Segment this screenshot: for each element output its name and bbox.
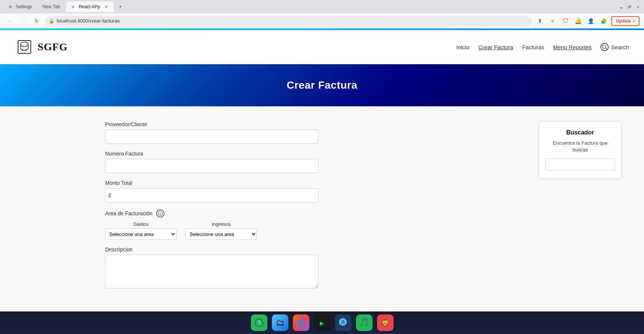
gastos-select[interactable]: Seleccione una area (105, 228, 176, 240)
profile-button[interactable]: 👤 (586, 16, 596, 26)
monto-total-input[interactable] (105, 188, 318, 203)
settings-tab-favicon: ⚙ (8, 4, 13, 9)
tab-new-tab[interactable]: New Tab (38, 2, 64, 12)
svg-line-7 (606, 48, 607, 50)
react-tab-label: React APp (79, 4, 100, 9)
currency-input-wrap: ₡ (105, 188, 318, 203)
react-tab-favicon: ⚛ (71, 4, 76, 9)
descripcion-textarea[interactable] (105, 255, 318, 289)
update-button-label: Update ≡ (616, 18, 635, 24)
area-info-icon[interactable] (156, 209, 164, 218)
taskbar-app-terminal[interactable]: ▶ (314, 314, 330, 331)
tab-close-button[interactable]: ✕ (103, 4, 109, 10)
window-controls: 🗕 🗗 ✕ (618, 4, 641, 10)
new-tab-button[interactable]: + (115, 2, 126, 12)
nav-menu-reportes[interactable]: Menu Reportes (553, 44, 592, 50)
form-section: Proveedor/Cliente Numero Factura Monto T… (105, 121, 330, 297)
browser-chrome: ⚙ Settings New Tab ⚛ React APp ✕ + 🗕 🗗 ✕… (0, 0, 644, 29)
buscador-subtitle: Encuentra la Factura que buscas (545, 140, 615, 153)
area-facturacion-group: Area de Facturación Gastos Seleccione (105, 209, 330, 240)
close-button[interactable]: ✕ (635, 4, 641, 10)
app-navbar: SGFG Inicio Crear Factura Facturas Menu … (0, 30, 644, 64)
settings-tab-label: Settings (16, 4, 32, 9)
area-facturacion-header: Area de Facturación (105, 209, 330, 218)
numero-factura-group: Numero Factura (105, 151, 330, 173)
descripcion-label: Descripcion (105, 246, 330, 252)
taskbar-app-appstore[interactable]: 🅐 (335, 314, 351, 331)
proveedor-input[interactable] (105, 130, 318, 144)
brand: SGFG (15, 38, 68, 56)
gastos-group: Gastos Seleccione una area (105, 221, 176, 240)
buscador-title: Buscador (545, 129, 615, 136)
monto-total-label: Monto Total (105, 180, 330, 186)
svg-point-10 (160, 212, 160, 213)
brand-logo-icon (15, 38, 34, 56)
numero-factura-input[interactable] (105, 159, 318, 173)
taskbar-app-clock[interactable] (251, 314, 267, 331)
nav-inicio[interactable]: Inicio (456, 44, 469, 50)
tab-settings[interactable]: ⚙ Settings (3, 2, 36, 12)
monto-total-group: Monto Total ₡ (105, 180, 330, 203)
gastos-label: Gastos (105, 221, 176, 227)
buscador-input[interactable] (545, 159, 615, 171)
currency-symbol: ₡ (108, 193, 111, 198)
ingresos-group: Ingresos Seleccione una area (186, 221, 257, 240)
brand-name: SGFG (38, 41, 68, 53)
hero-title: Crear Factura (0, 79, 644, 91)
share-button[interactable]: < (547, 16, 558, 26)
download-button[interactable]: ⬆ (535, 16, 545, 26)
reload-button[interactable]: ↻ (32, 16, 42, 26)
area-facturacion-label: Area de Facturación (105, 210, 152, 216)
taskbar-app-yoink[interactable]: 🌀 (293, 314, 309, 331)
svg-rect-0 (18, 41, 31, 53)
app-nav-links: Inicio Crear Factura Facturas Menu Repor… (456, 43, 629, 51)
taskbar: 🗂 🌀 ▶ 🅐 🎵 🦁 (0, 311, 644, 334)
minimize-button[interactable]: 🗕 (618, 4, 624, 10)
descripcion-group: Descripcion (105, 246, 330, 290)
app-content: SGFG Inicio Crear Factura Facturas Menu … (0, 30, 644, 316)
ingresos-select[interactable]: Seleccione una area (186, 228, 257, 240)
proveedor-label: Proveedor/Cliente (105, 121, 330, 127)
numero-factura-label: Numero Factura (105, 151, 330, 157)
search-icon (600, 43, 609, 51)
secure-icon: 🔒 (49, 18, 54, 24)
browser-navbar: ← → ↻ 🔒 localhost:4000/crear-facturas ⬆ … (0, 14, 644, 29)
taskbar-app-spotify[interactable]: 🎵 (356, 314, 373, 331)
restore-button[interactable]: 🗗 (627, 4, 633, 10)
ingresos-label: Ingresos (186, 221, 257, 227)
address-bar[interactable]: 🔒 localhost:4000/crear-facturas (45, 16, 532, 26)
update-button[interactable]: Update ≡ (611, 16, 639, 26)
brave-shield-icon[interactable]: 🛡 (560, 16, 571, 26)
page-layout: Proveedor/Cliente Numero Factura Monto T… (0, 106, 644, 312)
hero-banner: Crear Factura (0, 64, 644, 106)
search-label: Search (611, 44, 629, 50)
browser-titlebar: ⚙ Settings New Tab ⚛ React APp ✕ + 🗕 🗗 ✕ (0, 0, 644, 14)
nav-search[interactable]: Search (600, 43, 629, 51)
address-url: localhost:4000/crear-facturas (57, 18, 120, 24)
extensions-button[interactable]: 🧩 (599, 16, 609, 26)
area-selects: Gastos Seleccione una area Ingresos Sele… (105, 221, 330, 240)
new-tab-label: New Tab (42, 4, 60, 9)
taskbar-app-finder[interactable]: 🗂 (272, 314, 288, 331)
notifications-button[interactable]: 🔔 (573, 16, 584, 26)
forward-button: → (18, 16, 29, 26)
svg-point-1 (21, 42, 28, 47)
nav-facturas[interactable]: Facturas (522, 44, 544, 50)
tab-react-app[interactable]: ⚛ React APp ✕ (66, 2, 114, 12)
sidebar-buscador: Buscador Encuentra la Factura que buscas (539, 121, 621, 178)
nav-crear-factura[interactable]: Crear Factura (478, 44, 513, 50)
back-button: ← (5, 16, 15, 26)
taskbar-app-brave[interactable]: 🦁 (377, 314, 394, 331)
nav-actions: ⬆ < 🛡 🔔 👤 🧩 Update ≡ (535, 16, 639, 26)
proveedor-group: Proveedor/Cliente (105, 121, 330, 144)
